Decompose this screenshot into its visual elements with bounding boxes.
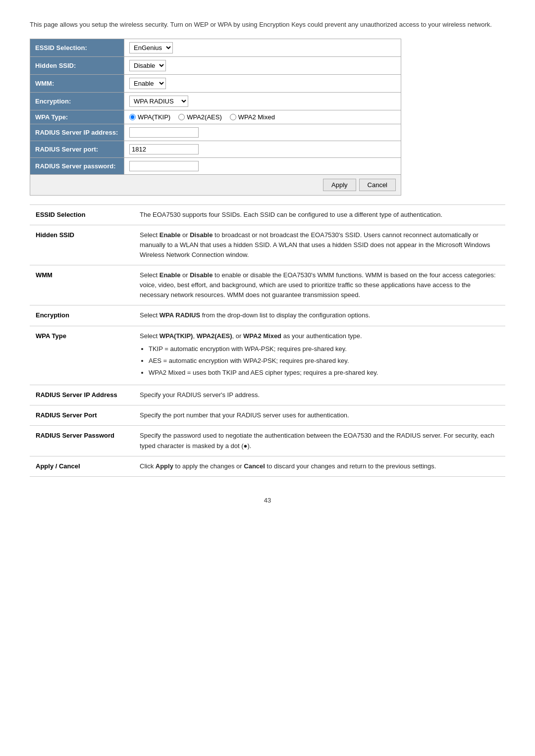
- wpa2-mixed-label[interactable]: WPA2 Mixed: [230, 113, 275, 121]
- button-row: Apply Cancel: [30, 175, 401, 196]
- help-row-hidden-ssid: Hidden SSID Select Enable or Disable to …: [30, 225, 505, 265]
- radius-ip-cell: [124, 124, 401, 141]
- wpa-tkip-radio[interactable]: [129, 114, 136, 120]
- encryption-select[interactable]: None WEP WPA WPA RADIUS WPA2 WPA2 RADIUS: [129, 96, 188, 107]
- bullet-aes: AES = automatic encryption with WPA2-PSK…: [149, 356, 499, 366]
- help-term-wpa-type: WPA Type: [30, 326, 134, 385]
- help-term-hidden-ssid: Hidden SSID: [30, 225, 134, 265]
- apply-button[interactable]: Apply: [323, 179, 356, 191]
- radius-port-row: RADIUS Server port:: [30, 141, 401, 157]
- help-term-radius-port: RADIUS Server Port: [30, 405, 134, 426]
- hidden-ssid-select[interactable]: Disable Enable: [129, 60, 166, 71]
- intro-text: This page allows you setup the wireless …: [30, 20, 505, 30]
- help-row-encryption: Encryption Select WPA RADIUS from the dr…: [30, 305, 505, 326]
- cancel-button[interactable]: Cancel: [359, 179, 396, 191]
- hidden-ssid-label: Hidden SSID:: [30, 56, 124, 74]
- help-desc-radius-ip: Specify your RADIUS server's IP address.: [134, 385, 505, 405]
- essid-cell: EnGenius: [124, 39, 401, 56]
- encryption-cell: None WEP WPA WPA RADIUS WPA2 WPA2 RADIUS: [124, 92, 401, 110]
- help-term-wmm: WMM: [30, 265, 134, 305]
- wmm-cell: Enable Disable: [124, 74, 401, 92]
- help-desc-encryption: Select WPA RADIUS from the drop-down lis…: [134, 305, 505, 326]
- radius-port-cell: [124, 141, 401, 157]
- radius-port-input[interactable]: [129, 144, 199, 154]
- radius-ip-label: RADIUS Server IP address:: [30, 124, 124, 141]
- radius-ip-input[interactable]: [129, 127, 199, 138]
- wpa-type-row: WPA Type: WPA(TKIP) WPA2(AES) WPA2 Mixed: [30, 110, 401, 124]
- essid-row: ESSID Selection: EnGenius: [30, 39, 401, 56]
- help-term-essid: ESSID Selection: [30, 204, 134, 225]
- wpa-type-bullets: TKIP = automatic encryption with WPA-PSK…: [149, 344, 499, 378]
- radius-password-row: RADIUS Server password:: [30, 157, 401, 174]
- help-desc-wmm: Select Enable or Disable to enable or di…: [134, 265, 505, 305]
- radius-password-label: RADIUS Server password:: [30, 157, 124, 174]
- bullet-mixed: WPA2 Mixed = uses both TKIP and AES ciph…: [149, 368, 499, 378]
- wmm-label: WMM:: [30, 74, 124, 92]
- help-row-radius-password: RADIUS Server Password Specify the passw…: [30, 426, 505, 456]
- essid-label: ESSID Selection:: [30, 39, 124, 56]
- wpa2-aes-radio[interactable]: [178, 114, 185, 120]
- help-row-essid: ESSID Selection The EOA7530 supports fou…: [30, 204, 505, 225]
- help-row-wpa-type: WPA Type Select WPA(TKIP), WPA2(AES), or…: [30, 326, 505, 385]
- wmm-select[interactable]: Enable Disable: [129, 78, 166, 89]
- wpa2-mixed-text: WPA2 Mixed: [238, 113, 275, 121]
- help-row-radius-ip: RADIUS Server IP Address Specify your RA…: [30, 385, 505, 405]
- radius-port-label: RADIUS Server port:: [30, 141, 124, 157]
- wpa-type-radio-group: WPA(TKIP) WPA2(AES) WPA2 Mixed: [129, 113, 396, 121]
- bullet-tkip: TKIP = automatic encryption with WPA-PSK…: [149, 344, 499, 354]
- radius-ip-row: RADIUS Server IP address:: [30, 124, 401, 141]
- help-desc-hidden-ssid: Select Enable or Disable to broadcast or…: [134, 225, 505, 265]
- wpa-tkip-label[interactable]: WPA(TKIP): [129, 113, 170, 121]
- help-desc-wpa-type: Select WPA(TKIP), WPA2(AES), or WPA2 Mix…: [134, 326, 505, 385]
- help-desc-apply-cancel: Click Apply to apply the changes or Canc…: [134, 456, 505, 476]
- wpa-type-cell: WPA(TKIP) WPA2(AES) WPA2 Mixed: [124, 110, 401, 124]
- help-term-encryption: Encryption: [30, 305, 134, 326]
- hidden-ssid-cell: Disable Enable: [124, 56, 401, 74]
- help-row-wmm: WMM Select Enable or Disable to enable o…: [30, 265, 505, 305]
- wpa2-mixed-radio[interactable]: [230, 114, 236, 120]
- page-number: 43: [30, 497, 505, 504]
- help-desc-essid: The EOA7530 supports four SSIDs. Each SS…: [134, 204, 505, 225]
- help-desc-radius-port: Specify the port number that your RADIUS…: [134, 405, 505, 426]
- hidden-ssid-row: Hidden SSID: Disable Enable: [30, 56, 401, 74]
- help-term-radius-password: RADIUS Server Password: [30, 426, 134, 456]
- radius-password-cell: [124, 157, 401, 174]
- help-term-apply-cancel: Apply / Cancel: [30, 456, 134, 476]
- wpa2-aes-text: WPA2(AES): [187, 113, 222, 121]
- wmm-row: WMM: Enable Disable: [30, 74, 401, 92]
- help-row-apply-cancel: Apply / Cancel Click Apply to apply the …: [30, 456, 505, 476]
- encryption-label: Encryption:: [30, 92, 124, 110]
- help-desc-radius-password: Specify the password used to negotiate t…: [134, 426, 505, 456]
- config-form: ESSID Selection: EnGenius Hidden SSID: D…: [30, 39, 401, 175]
- essid-select[interactable]: EnGenius: [129, 42, 173, 53]
- encryption-row: Encryption: None WEP WPA WPA RADIUS WPA2…: [30, 92, 401, 110]
- radius-password-input[interactable]: [129, 161, 199, 171]
- wpa2-aes-label[interactable]: WPA2(AES): [178, 113, 222, 121]
- help-row-radius-port: RADIUS Server Port Specify the port numb…: [30, 405, 505, 426]
- help-table: ESSID Selection The EOA7530 supports fou…: [30, 204, 505, 477]
- help-term-radius-ip: RADIUS Server IP Address: [30, 385, 134, 405]
- wpa-type-label: WPA Type:: [30, 110, 124, 124]
- wpa-tkip-text: WPA(TKIP): [138, 113, 170, 121]
